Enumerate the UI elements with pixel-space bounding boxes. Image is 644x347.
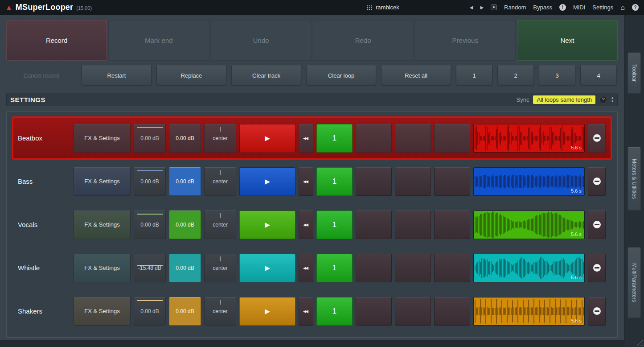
- remove-track-button[interactable]: [588, 124, 606, 153]
- send-field[interactable]: 0.00 dB: [169, 167, 201, 196]
- spinner-down-icon[interactable]: ▼: [611, 100, 614, 103]
- waveform-display[interactable]: 5.6 s: [473, 254, 585, 282]
- loop-slot-4-button[interactable]: [434, 297, 470, 326]
- volume-field[interactable]: 0.00 dB: [134, 297, 166, 326]
- volume-slider[interactable]: [137, 300, 163, 301]
- remove-track-button[interactable]: [588, 297, 606, 326]
- loop-slot-1-button[interactable]: 1: [316, 167, 353, 196]
- spinner-up-icon[interactable]: ▲: [611, 96, 614, 99]
- loop-slot-3-button[interactable]: [395, 254, 431, 282]
- toolbar-big-button[interactable]: Record: [6, 20, 107, 61]
- loop-slot-4-button[interactable]: [434, 254, 470, 282]
- pan-field[interactable]: center: [204, 297, 236, 326]
- volume-slider[interactable]: [137, 265, 163, 266]
- track-name[interactable]: Beatbox: [13, 134, 70, 142]
- loop-slot-2-button[interactable]: [356, 211, 392, 239]
- next-preset-icon[interactable]: ▶: [480, 5, 484, 10]
- loop-slot-1-button[interactable]: 1: [316, 297, 353, 326]
- toolbar-small-button[interactable]: Restart: [82, 66, 152, 85]
- toolbar-big-button[interactable]: Next: [517, 20, 618, 61]
- toolbar-big-button[interactable]: Redo: [313, 20, 414, 61]
- loop-slot-3-button[interactable]: [395, 124, 431, 153]
- pan-field[interactable]: center: [204, 254, 236, 282]
- loop-slot-2-button[interactable]: [356, 297, 392, 326]
- toolbar-big-button[interactable]: Mark end: [108, 20, 209, 61]
- toolbar-small-button[interactable]: Replace: [156, 66, 226, 85]
- loop-slot-1-button[interactable]: 1: [316, 254, 353, 282]
- sync-help-icon[interactable]: ?: [599, 96, 607, 103]
- volume-field[interactable]: -15.48 dB: [134, 254, 166, 282]
- loop-slot-4-button[interactable]: [434, 211, 470, 239]
- help-icon[interactable]: ?: [632, 4, 639, 11]
- play-button[interactable]: ▶: [239, 124, 295, 153]
- rewind-button[interactable]: ◀◀: [299, 254, 313, 282]
- track-name[interactable]: Whistle: [13, 264, 70, 272]
- remove-track-button[interactable]: [588, 254, 606, 282]
- panic-icon[interactable]: !: [559, 4, 566, 11]
- play-button[interactable]: ▶: [239, 167, 295, 196]
- pan-field[interactable]: center: [204, 211, 236, 239]
- send-field[interactable]: 0.00 dB: [169, 124, 201, 153]
- loop-slot-3-button[interactable]: [395, 297, 431, 326]
- track-name[interactable]: Vocals: [13, 221, 70, 228]
- fx-settings-button[interactable]: FX & Settings: [74, 124, 131, 153]
- loop-slot-1-button[interactable]: 1: [316, 211, 353, 239]
- loop-slot-2-button[interactable]: [356, 167, 392, 196]
- pan-field[interactable]: center: [204, 167, 236, 196]
- fx-settings-button[interactable]: FX & Settings: [74, 167, 131, 196]
- loop-slot-3-button[interactable]: [395, 167, 431, 196]
- sidebar-tab[interactable]: Toolbar: [628, 53, 641, 94]
- play-button[interactable]: ▶: [239, 211, 295, 239]
- rewind-button[interactable]: ◀◀: [299, 211, 313, 239]
- loop-slot-3-button[interactable]: [395, 211, 431, 239]
- rewind-button[interactable]: ◀◀: [299, 297, 313, 326]
- volume-slider[interactable]: [137, 127, 163, 128]
- toolbar-big-button[interactable]: Previous: [415, 20, 516, 61]
- send-field[interactable]: 0.00 dB: [169, 211, 201, 239]
- loop-slot-2-button[interactable]: [356, 124, 392, 153]
- volume-field[interactable]: 0.00 dB: [134, 167, 166, 196]
- pan-field[interactable]: center: [204, 124, 236, 153]
- toolbar-small-button[interactable]: Clear loop: [306, 66, 376, 85]
- track-name[interactable]: Shakers: [13, 307, 70, 315]
- waveform-display[interactable]: 5.6 s: [473, 124, 585, 153]
- settings-button[interactable]: Settings: [592, 4, 613, 11]
- waveform-display[interactable]: 5.6 s: [473, 167, 585, 196]
- loop-slot-4-button[interactable]: [434, 167, 470, 196]
- fx-settings-button[interactable]: FX & Settings: [74, 297, 131, 326]
- bypass-button[interactable]: Bypass: [533, 4, 552, 11]
- loop-slot-1-button[interactable]: 1: [316, 124, 353, 153]
- toolbar-big-button[interactable]: Undo: [210, 20, 311, 61]
- volume-field[interactable]: 0.00 dB: [134, 124, 166, 153]
- remove-track-button[interactable]: [588, 167, 606, 196]
- sidebar-tab[interactable]: Meters & Utilities: [628, 147, 641, 211]
- track-name[interactable]: Bass: [13, 178, 70, 185]
- volume-slider[interactable]: [137, 170, 163, 171]
- loop-slot-4-button[interactable]: [434, 124, 470, 153]
- sync-mode-dropdown[interactable]: All loops same length: [533, 95, 595, 104]
- snapshot-icon[interactable]: [491, 4, 497, 10]
- toolbar-small-button[interactable]: Clear track: [231, 66, 301, 85]
- remove-track-button[interactable]: [588, 211, 606, 239]
- sync-spinner[interactable]: ▲ ▼: [611, 96, 614, 103]
- toolbar-small-button[interactable]: 1: [456, 66, 492, 85]
- play-button[interactable]: ▶: [239, 254, 295, 282]
- volume-field[interactable]: 0.00 dB: [134, 211, 166, 239]
- rewind-button[interactable]: ◀◀: [299, 167, 313, 196]
- random-button[interactable]: Random: [504, 4, 526, 11]
- toolbar-small-button[interactable]: 2: [497, 66, 534, 85]
- melda-logo-icon[interactable]: ▲: [5, 4, 12, 11]
- send-field[interactable]: 0.00 dB: [169, 254, 201, 282]
- waveform-display[interactable]: 5.6 s: [473, 211, 585, 239]
- toolbar-small-button[interactable]: Reset all: [381, 66, 451, 85]
- toolbar-small-button[interactable]: 3: [539, 66, 575, 85]
- preset-selector[interactable]: rambicek: [366, 0, 399, 15]
- fx-settings-button[interactable]: FX & Settings: [74, 254, 131, 282]
- loop-slot-2-button[interactable]: [356, 254, 392, 282]
- midi-button[interactable]: MIDI: [573, 4, 585, 11]
- volume-slider[interactable]: [137, 214, 163, 215]
- home-icon[interactable]: ⌂: [620, 4, 625, 12]
- rewind-button[interactable]: ◀◀: [299, 124, 313, 153]
- sidebar-tab[interactable]: MultiParameters: [628, 248, 641, 318]
- prev-preset-icon[interactable]: ◀: [470, 5, 473, 10]
